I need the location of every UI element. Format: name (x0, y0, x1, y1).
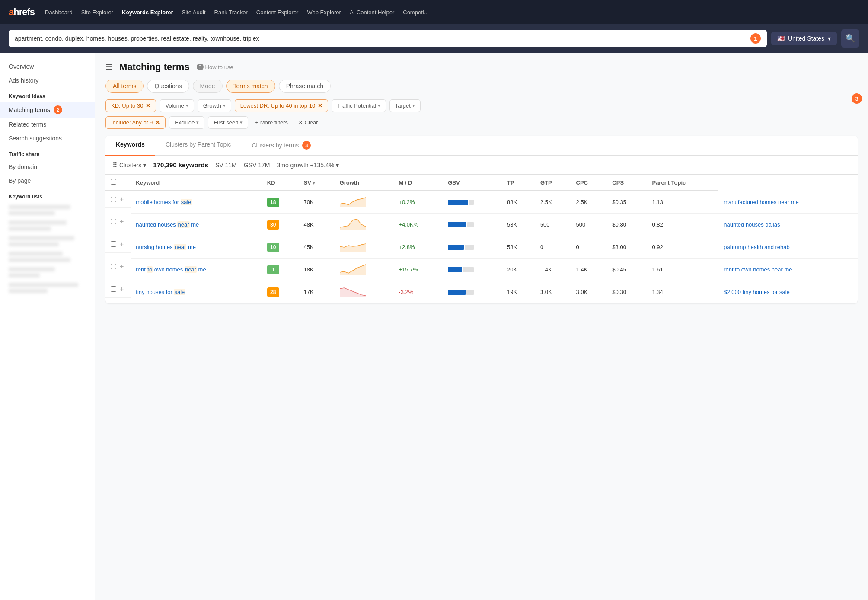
filter-exclude[interactable]: Exclude ▾ (169, 116, 204, 129)
how-to-use-link[interactable]: ? How to use (197, 64, 233, 70)
hamburger-icon[interactable]: ☰ (105, 62, 112, 72)
nav-content-explorer[interactable]: Content Explorer (256, 9, 299, 16)
filter-kd-remove[interactable]: ✕ (146, 102, 150, 109)
col-header-cps[interactable]: CPS (607, 175, 647, 191)
country-selector[interactable]: 🇺🇸 United States ▾ (771, 32, 837, 45)
col-header-keyword[interactable]: Keyword (131, 175, 262, 191)
nav-site-explorer[interactable]: Site Explorer (81, 9, 113, 16)
tab-clusters-terms[interactable]: Clusters by terms 3 (241, 136, 321, 156)
keywords-count: 170,390 keywords (153, 161, 208, 169)
parent-topic-link[interactable]: pahrump health and rehab (724, 244, 790, 250)
sidebar-section-keyword-ideas: Keyword ideas (0, 87, 95, 102)
tab-terms-match[interactable]: Terms match (226, 80, 275, 93)
row-checkbox[interactable] (111, 264, 116, 269)
nav-keywords-explorer[interactable]: Keywords Explorer (122, 9, 173, 16)
tab-mode[interactable]: Mode (193, 80, 223, 93)
filter-include[interactable]: Include: Any of 9 ✕ (105, 116, 166, 129)
parent-topic-link[interactable]: $2,000 tiny homes for sale (724, 289, 789, 295)
keyword-link[interactable]: haunted houses near me (136, 221, 199, 228)
clear-filters-btn[interactable]: ✕ Clear (295, 117, 322, 128)
col-header-growth[interactable]: Growth (335, 175, 394, 191)
keyword-link[interactable]: tiny houses for sale (136, 289, 185, 295)
filter-lowest-dr-remove[interactable]: ✕ (318, 102, 322, 109)
search-button[interactable]: 🔍 (841, 29, 859, 48)
sidebar-item-by-page[interactable]: By page (0, 174, 95, 188)
nav-web-explorer[interactable]: Web Explorer (307, 9, 341, 16)
keywords-table: Keyword KD SV ▾ Growth M / D GSV TP GTP … (105, 175, 858, 303)
nav-rank-tracker[interactable]: Rank Tracker (214, 9, 248, 16)
matching-terms-label: Matching terms (9, 106, 50, 113)
sidebar-item-ads-history[interactable]: Ads history (0, 73, 95, 87)
tab-questions[interactable]: Questions (147, 80, 189, 93)
add-keyword-btn[interactable]: + (118, 240, 125, 248)
tab-all-terms[interactable]: All terms (105, 80, 144, 93)
select-all-checkbox[interactable] (111, 179, 116, 185)
cell-parent-topic: haunted houses dallas (718, 214, 858, 236)
filter-lowest-dr[interactable]: Lowest DR: Up to 40 in top 10 ✕ (235, 99, 328, 112)
col-header-gsv[interactable]: GSV (443, 175, 502, 191)
sidebar-blurred-6 (0, 280, 95, 296)
cell-checkbox: + (105, 236, 131, 253)
sidebar-item-overview[interactable]: Overview (0, 60, 95, 73)
filter-traffic-potential[interactable]: Traffic Potential ▾ (332, 99, 386, 112)
nav-ai-content-helper[interactable]: AI Content Helper (350, 9, 394, 16)
tab-phrase-match[interactable]: Phrase match (279, 80, 331, 93)
row-checkbox[interactable] (111, 286, 116, 292)
stats-row: ⠿ Clusters ▾ 170,390 keywords SV 11M GSV… (105, 156, 858, 175)
row-checkbox[interactable] (111, 197, 116, 202)
parent-topic-link[interactable]: rent to own homes near me (724, 266, 792, 273)
sidebar-item-matching-terms[interactable]: Matching terms 2 (0, 102, 95, 118)
row-checkbox[interactable] (111, 241, 116, 247)
nav-dashboard[interactable]: Dashboard (45, 9, 73, 16)
sidebar-item-related-terms[interactable]: Related terms (0, 118, 95, 131)
col-header-sv[interactable]: SV ▾ (298, 175, 334, 191)
add-keyword-btn[interactable]: + (118, 285, 125, 293)
add-keyword-btn[interactable]: + (118, 218, 125, 226)
filter-first-seen[interactable]: First seen ▾ (208, 116, 248, 129)
keyword-link[interactable]: mobile homes for sale (136, 199, 191, 205)
nav-competi[interactable]: Competi... (403, 9, 428, 16)
sidebar-item-by-domain[interactable]: By domain (0, 160, 95, 174)
col-header-md[interactable]: M / D (393, 175, 443, 191)
filter-volume[interactable]: Volume ▾ (160, 99, 194, 112)
filter-target[interactable]: Target ▾ (389, 99, 421, 112)
filter-volume-label: Volume (165, 102, 184, 109)
clusters-by-terms-label: Clusters by terms (252, 142, 299, 149)
col-header-parent-topic[interactable]: Parent Topic (647, 175, 718, 191)
svg-marker-1 (340, 219, 366, 230)
add-keyword-btn[interactable]: + (118, 195, 125, 203)
content-tabs: Keywords Clusters by Parent Topic Cluste… (105, 136, 858, 156)
clusters-label: Clusters (119, 162, 141, 169)
row-checkbox[interactable] (111, 219, 116, 224)
stats-growth[interactable]: 3mo growth +135.4% ▾ (277, 162, 339, 169)
table-row: + mobile homes for sale 18 70K (105, 191, 858, 214)
cell-checkbox: + (105, 191, 131, 208)
parent-topic-link[interactable]: haunted houses dallas (724, 221, 780, 228)
clusters-dropdown[interactable]: ⠿ Clusters ▾ (112, 161, 146, 169)
col-header-gtp[interactable]: GTP (535, 175, 571, 191)
col-header-kd[interactable]: KD (262, 175, 299, 191)
add-keyword-btn[interactable]: + (118, 263, 125, 271)
parent-topic-link[interactable]: manufactured homes near me (724, 199, 798, 205)
filter-include-remove[interactable]: ✕ (155, 119, 160, 126)
col-header-tp[interactable]: TP (502, 175, 535, 191)
filter-growth[interactable]: Growth ▾ (198, 99, 231, 112)
logo[interactable]: ahrefs (9, 6, 35, 18)
tab-clusters-parent-topic[interactable]: Clusters by Parent Topic (155, 136, 241, 156)
bar-chart (448, 200, 474, 205)
target-arrow-icon: ▾ (412, 103, 415, 109)
keyword-link[interactable]: nursing homes near me (136, 244, 196, 250)
search-input[interactable] (15, 35, 746, 42)
filter-kd[interactable]: KD: Up to 30 ✕ (105, 99, 156, 112)
tab-keywords[interactable]: Keywords (105, 136, 155, 156)
col-header-cpc[interactable]: CPC (571, 175, 607, 191)
bar-blue (448, 245, 464, 250)
cell-sv: 70K (298, 191, 334, 214)
main-layout: Overview Ads history Keyword ideas Match… (0, 53, 868, 600)
sidebar-section-traffic-share: Traffic share (0, 145, 95, 160)
nav-site-audit[interactable]: Site Audit (182, 9, 206, 16)
cell-checkbox: + (105, 214, 131, 230)
more-filters-btn[interactable]: + More filters (252, 117, 291, 128)
sidebar-item-search-suggestions[interactable]: Search suggestions (0, 131, 95, 145)
keyword-link[interactable]: rent to own homes near me (136, 266, 206, 273)
